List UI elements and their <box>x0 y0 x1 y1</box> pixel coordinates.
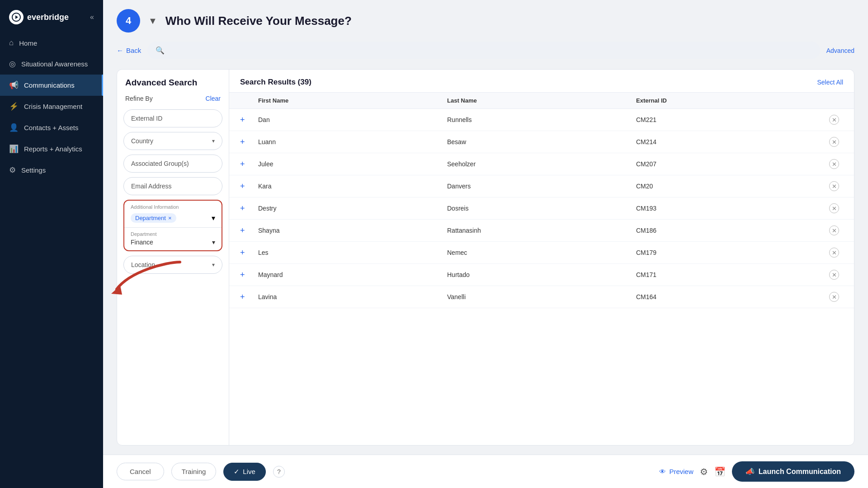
launch-icon: 📣 <box>745 467 755 476</box>
launch-label: Launch Communication <box>759 468 841 476</box>
result-first-name: Maynard <box>258 271 447 278</box>
department-subfield: Department Finance ▾ <box>124 227 222 250</box>
table-row: + Luann Besaw CM214 ✕ <box>229 131 854 153</box>
step-arrow: ▼ <box>148 16 157 26</box>
result-external-id: CM193 <box>636 205 825 212</box>
result-first-name: Luann <box>258 138 447 145</box>
filter-location[interactable]: Location ▾ <box>123 256 222 274</box>
settings-icon[interactable]: ⚙ <box>700 466 708 477</box>
remove-contact-button[interactable]: ✕ <box>825 292 843 302</box>
brand-name: everbridge <box>27 13 69 22</box>
footer: Cancel Training ✓ Live ? 👁 Preview ⚙ 📅 📣… <box>103 455 868 488</box>
dept-label: Department <box>124 228 222 238</box>
remove-contact-button[interactable]: ✕ <box>825 270 843 280</box>
result-first-name: Les <box>258 249 447 256</box>
result-external-id: CM207 <box>636 160 825 168</box>
result-external-id: CM186 <box>636 227 825 234</box>
clear-button[interactable]: Clear <box>206 95 221 102</box>
step-header: 4 ▼ Who Will Receive Your Message? <box>117 9 854 33</box>
advanced-search-panel: Advanced Search Refine By Clear External… <box>117 70 229 445</box>
add-contact-button[interactable]: + <box>240 248 258 258</box>
result-external-id: CM221 <box>636 116 825 123</box>
add-contact-button[interactable]: + <box>240 115 258 125</box>
department-tag-label: Department <box>135 215 166 221</box>
live-check-icon: ✓ <box>234 468 240 476</box>
refine-label: Refine By <box>125 95 153 102</box>
preview-eye-icon: 👁 <box>659 468 666 475</box>
filter-associated-groups-label: Associated Group(s) <box>131 160 189 167</box>
filter-location-label: Location <box>131 261 155 268</box>
sidebar-logo-area: everbridge « <box>0 0 103 33</box>
main-content: 4 ▼ Who Will Receive Your Message? ← Bac… <box>103 0 868 488</box>
results-table-header: First Name Last Name External ID <box>229 93 854 109</box>
filter-external-id[interactable]: External ID <box>123 109 222 127</box>
add-contact-button[interactable]: + <box>240 226 258 235</box>
sidebar: everbridge « ⌂ Home◎ Situational Awarene… <box>0 0 103 488</box>
sidebar-item-settings[interactable]: ⚙ Settings <box>0 160 103 181</box>
remove-contact-button[interactable]: ✕ <box>825 115 843 125</box>
sidebar-item-crisis-management[interactable]: ⚡ Crisis Management <box>0 96 103 117</box>
results-title: Search Results (39) <box>240 78 311 87</box>
select-all-button[interactable]: Select All <box>817 79 843 86</box>
dept-select[interactable]: Finance ▾ <box>124 238 222 250</box>
add-contact-button[interactable]: + <box>240 270 258 280</box>
training-mode-button[interactable]: Training <box>171 463 217 480</box>
remove-contact-button[interactable]: ✕ <box>825 137 843 147</box>
chevron-down-icon: ▾ <box>212 214 215 222</box>
filter-country[interactable]: Country ▾ <box>123 132 222 150</box>
calendar-icon[interactable]: 📅 <box>714 466 726 477</box>
step-title: Who Will Receive Your Message? <box>165 14 352 28</box>
search-input[interactable] <box>169 47 811 54</box>
back-button[interactable]: ← Back <box>117 47 141 54</box>
live-mode-button[interactable]: ✓ Live <box>223 463 266 481</box>
advanced-link[interactable]: Advanced <box>826 47 854 54</box>
filter-list: External ID Country ▾ Associated Group(s… <box>117 108 229 445</box>
result-last-name: Danvers <box>447 183 636 190</box>
chevron-down-icon: ▾ <box>212 262 215 268</box>
sidebar-item-home[interactable]: ⌂ Home <box>0 33 103 53</box>
add-contact-button[interactable]: + <box>240 182 258 191</box>
remove-contact-button[interactable]: ✕ <box>825 225 843 235</box>
cancel-button[interactable]: Cancel <box>117 463 164 480</box>
result-external-id: CM164 <box>636 293 825 300</box>
result-last-name: Besaw <box>447 138 636 145</box>
remove-contact-button[interactable]: ✕ <box>825 159 843 169</box>
remove-contact-button[interactable]: ✕ <box>825 181 843 191</box>
table-row: + Shayna Rattanasinh CM186 ✕ <box>229 220 854 242</box>
advanced-search-title: Advanced Search <box>117 70 229 92</box>
sidebar-item-communications[interactable]: 📢 Communications <box>0 75 103 96</box>
additional-info-select[interactable]: Department × ▾ <box>124 211 222 227</box>
result-last-name: Dosreis <box>447 205 636 212</box>
preview-button[interactable]: 👁 Preview <box>659 468 693 475</box>
result-external-id: CM20 <box>636 183 825 190</box>
sidebar-item-situational-awareness[interactable]: ◎ Situational Awareness <box>0 53 103 75</box>
remove-tag-button[interactable]: × <box>168 215 172 221</box>
filter-email-address[interactable]: Email Address <box>123 177 222 195</box>
launch-communication-button[interactable]: 📣 Launch Communication <box>732 461 854 482</box>
help-icon[interactable]: ? <box>273 466 285 478</box>
two-panel: Advanced Search Refine By Clear External… <box>117 69 854 446</box>
result-last-name: Seeholzer <box>447 160 636 168</box>
preview-label: Preview <box>669 468 693 475</box>
sidebar-item-reports-analytics[interactable]: 📊 Reports + Analytics <box>0 138 103 160</box>
result-last-name: Vanelli <box>447 293 636 300</box>
add-contact-button[interactable]: + <box>240 292 258 302</box>
back-label: Back <box>126 47 141 54</box>
sidebar-item-contacts-assets[interactable]: 👤 Contacts + Assets <box>0 117 103 138</box>
table-row: + Julee Seeholzer CM207 ✕ <box>229 153 854 175</box>
result-external-id: CM214 <box>636 138 825 145</box>
add-contact-button[interactable]: + <box>240 137 258 147</box>
result-last-name: Runnells <box>447 116 636 123</box>
remove-contact-button[interactable]: ✕ <box>825 248 843 258</box>
nav-icon-crisis-management: ⚡ <box>9 102 19 111</box>
everbridge-logo-icon <box>9 10 24 24</box>
filter-associated-groups[interactable]: Associated Group(s) <box>123 155 222 173</box>
collapse-button[interactable]: « <box>90 13 94 21</box>
remove-contact-button[interactable]: ✕ <box>825 203 843 213</box>
add-contact-button[interactable]: + <box>240 160 258 169</box>
nav-icon-situational-awareness: ◎ <box>9 59 16 69</box>
result-first-name: Kara <box>258 183 447 190</box>
logo-text: everbridge <box>9 10 69 24</box>
search-bar-row: ← Back 🔍 Advanced <box>117 42 854 59</box>
add-contact-button[interactable]: + <box>240 204 258 213</box>
